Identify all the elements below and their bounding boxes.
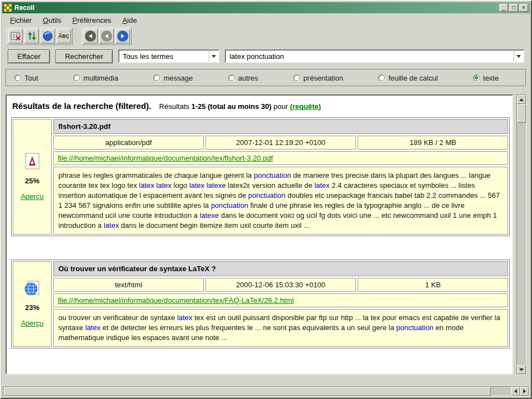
minimize-button[interactable]: _ bbox=[499, 4, 508, 12]
results-pour: pour bbox=[274, 102, 288, 111]
titlebar: Recoll _ □ × bbox=[2, 2, 530, 13]
result-meta-row: application/pdf 2007-12-01 12:19:20 +010… bbox=[53, 136, 508, 149]
menu-item-fichier[interactable]: Fichier bbox=[6, 14, 36, 26]
radio-icon[interactable] bbox=[73, 74, 80, 81]
filter-option-autres[interactable]: autres bbox=[228, 74, 258, 82]
toolbar-group-search: ÂBÇ bbox=[7, 27, 73, 45]
filter-option-presentation[interactable]: présentation bbox=[293, 74, 343, 82]
result-url-row: file:///home/michael/informatique/docume… bbox=[53, 293, 508, 307]
first-page-button[interactable] bbox=[83, 29, 98, 43]
filter-panel: Tout multimédia message autres présentat… bbox=[6, 69, 526, 87]
scroll-right-button[interactable] bbox=[520, 387, 529, 396]
results-panel: Résultats de la recherche (filtered). Ré… bbox=[6, 94, 513, 375]
maximize-button[interactable]: □ bbox=[509, 4, 518, 12]
prev-page-icon bbox=[101, 31, 112, 42]
result-filename: flshort-3.20.pdf bbox=[53, 119, 508, 134]
filter-option-feuille-de-calcul[interactable]: feuille de calcul bbox=[378, 74, 438, 82]
history-button[interactable] bbox=[41, 29, 55, 43]
preview-link[interactable]: Aperçu bbox=[21, 319, 43, 327]
menu-item-outils[interactable]: Outils bbox=[38, 14, 66, 26]
results-header: Résultats de la recherche (filtered). Ré… bbox=[10, 99, 510, 117]
radio-icon[interactable] bbox=[293, 74, 300, 81]
filter-option-tout[interactable]: Tout bbox=[14, 74, 38, 82]
result-url-link[interactable]: file:///home/michael/informatique/docume… bbox=[58, 296, 294, 305]
result-snippet: ou trouver un verificateur de syntaxe la… bbox=[53, 309, 508, 347]
query-combobox[interactable] bbox=[225, 49, 524, 63]
toolbar-group-nav bbox=[82, 27, 132, 45]
search-row: Effacer Rechercher Tous les termes bbox=[1, 46, 531, 67]
h-scroll-thumb[interactable] bbox=[4, 387, 491, 396]
radio-icon[interactable] bbox=[14, 74, 21, 81]
chevron-down-icon[interactable] bbox=[514, 51, 523, 62]
scroll-track[interactable] bbox=[517, 123, 526, 365]
html-file-icon bbox=[24, 281, 40, 296]
vertical-scrollbar[interactable] bbox=[516, 94, 526, 375]
result-content: Où trouver un vérificateur de syntaxe La… bbox=[53, 261, 508, 347]
app-icon bbox=[4, 4, 12, 12]
chevron-down-icon[interactable] bbox=[209, 51, 218, 62]
result-side-panel: 23% Aperçu bbox=[13, 261, 52, 347]
preview-link[interactable]: Aperçu bbox=[21, 192, 43, 201]
toolbar: ÂBÇ bbox=[1, 27, 531, 46]
h-scroll-track[interactable] bbox=[3, 387, 511, 396]
close-button[interactable]: × bbox=[519, 4, 528, 12]
relevance-percent: 25% bbox=[25, 177, 39, 185]
radio-icon[interactable] bbox=[473, 74, 480, 81]
menubar: Fichier Outils Préférences Aide bbox=[1, 13, 531, 27]
term-explorer-button[interactable]: ÂBÇ bbox=[57, 29, 71, 43]
query-link[interactable]: (requête) bbox=[290, 102, 321, 111]
menu-item-aide[interactable]: Aide bbox=[118, 14, 141, 26]
sort-by-dates-button[interactable] bbox=[24, 29, 39, 43]
result-filename: Où trouver un vérificateur de syntaxe La… bbox=[53, 261, 508, 276]
results-title: Résultats de la recherche (filtered). bbox=[12, 101, 151, 111]
result-side-panel: 25% Aperçu bbox=[13, 119, 52, 235]
radio-icon[interactable] bbox=[153, 74, 160, 81]
first-page-icon bbox=[85, 31, 96, 42]
arrow-right-icon bbox=[523, 389, 526, 393]
arrow-up-icon bbox=[519, 98, 524, 101]
result-meta-row: text/html 2000-12-06 15:03:30 +0100 1 KB bbox=[53, 278, 508, 292]
result-mime: text/html bbox=[53, 278, 204, 292]
scroll-up-button[interactable] bbox=[517, 95, 526, 104]
blue-orb-icon bbox=[43, 31, 53, 41]
result-date: 2000-12-06 15:03:30 +0100 bbox=[205, 278, 356, 292]
result-card: 23% Aperçu Où trouver un vérificateur de… bbox=[11, 260, 510, 348]
results-count-prefix: Résultats bbox=[159, 102, 189, 111]
scroll-left-button[interactable] bbox=[511, 387, 520, 396]
window-title: Recoll bbox=[14, 4, 496, 12]
result-snippet: phrase les regles grammaticales de chaqu… bbox=[53, 167, 508, 235]
filter-option-message[interactable]: message bbox=[153, 74, 193, 82]
result-url-row: file:///home/michael/informatique/docume… bbox=[53, 151, 508, 165]
clear-table-icon bbox=[11, 32, 21, 41]
search-mode-select[interactable]: Tous les termes bbox=[118, 49, 219, 63]
result-size: 189 KB / 2 MB bbox=[358, 136, 508, 149]
menu-item-preferences[interactable]: Préférences bbox=[68, 14, 116, 26]
query-input[interactable] bbox=[226, 52, 514, 61]
next-page-icon bbox=[117, 31, 128, 42]
prev-page-button[interactable] bbox=[99, 29, 114, 43]
sort-arrows-icon bbox=[27, 31, 36, 41]
search-button[interactable]: Rechercher bbox=[56, 49, 113, 63]
clear-search-button[interactable] bbox=[8, 29, 23, 43]
search-mode-value: Tous les termes bbox=[119, 52, 209, 61]
result-size: 1 KB bbox=[358, 278, 508, 292]
vertical-scroll-thumb[interactable] bbox=[517, 104, 526, 123]
horizontal-scrollbar[interactable] bbox=[3, 386, 529, 396]
radio-icon[interactable] bbox=[228, 74, 235, 81]
recoll-window: Recoll _ □ × Fichier Outils Préférences … bbox=[0, 0, 532, 399]
arrow-down-icon bbox=[519, 368, 524, 371]
result-content: flshort-3.20.pdf application/pdf 2007-12… bbox=[53, 119, 508, 235]
scroll-down-button[interactable] bbox=[517, 365, 526, 374]
result-date: 2007-12-01 12:19:20 +0100 bbox=[205, 136, 356, 149]
filter-option-multimedia[interactable]: multimédia bbox=[73, 74, 118, 82]
result-mime: application/pdf bbox=[53, 136, 204, 149]
clear-button[interactable]: Effacer bbox=[8, 49, 50, 63]
relevance-percent: 23% bbox=[25, 303, 39, 312]
result-url-link[interactable]: file:///home/michael/informatique/docume… bbox=[58, 154, 273, 162]
results-range: 1-25 (total au moins 30) bbox=[191, 102, 271, 111]
radio-icon[interactable] bbox=[378, 74, 385, 81]
next-page-button[interactable] bbox=[116, 29, 130, 43]
pdf-file-icon bbox=[25, 153, 39, 169]
filter-option-texte[interactable]: texte bbox=[473, 74, 499, 82]
result-card: 25% Aperçu flshort-3.20.pdf application/… bbox=[11, 117, 510, 236]
